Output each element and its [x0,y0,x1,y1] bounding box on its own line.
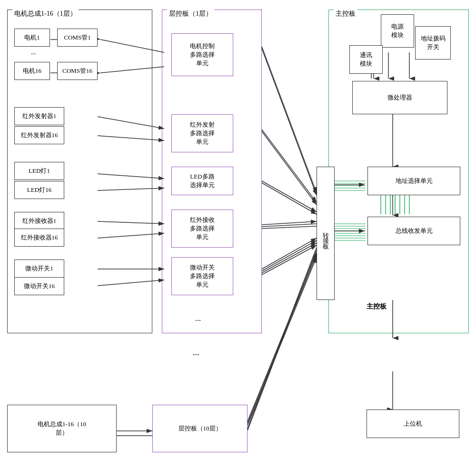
microprocessor-box: 微处理器 [352,81,447,114]
address-select-box: 地址选择单元 [367,167,460,195]
upper-computer-label: 上位机 [404,419,422,428]
led16-label: LED灯16 [27,186,51,194]
ellipsis-layer-board: ... [195,314,201,323]
ir-receiver16-box: 红外接收器16 [14,229,64,247]
led-unit-label: LED多路选择单元 [190,172,215,190]
motor16-box: 电机16 [14,62,50,80]
coms16-label: COMS管16 [62,67,92,75]
micro-switch-label: 微动开关多路选择单元 [190,263,215,289]
address-select-label: 地址选择单元 [396,177,433,185]
svg-line-25 [262,224,317,227]
ir-emitter1-label: 红外发射器1 [22,112,57,120]
bus-transceiver-box: 总线收发单元 [367,217,460,245]
microprocessor-label: 微处理器 [387,93,412,102]
micro-switch16-label: 微动开关16 [24,282,55,290]
svg-line-18 [262,47,317,193]
micro-switch-unit: 微动开关多路选择单元 [171,257,233,295]
led-unit: LED多路选择单元 [171,167,233,195]
layer-board-layer10-box: 层控板（10层） [152,405,248,452]
ir-recv-label: 红外接收多路选择单元 [190,216,215,242]
ir-recv-unit: 红外接收多路选择单元 [171,210,233,248]
ir-receiver1-box: 红外接收器1 [14,212,64,230]
svg-line-30 [262,245,317,275]
motor-assembly-layer1-label: 电机总成1-16（1层） [12,10,79,18]
ir-emitter16-label: 红外发射器16 [21,131,58,140]
ir-emit-label: 红外发射多路选择单元 [190,120,215,147]
coms1-label: COMS管1 [64,33,90,42]
adapter-board: 转 接 板 [317,167,335,300]
led1-label: LED灯1 [29,167,50,175]
svg-line-22 [262,181,317,212]
main-control-label: 主控板 [334,10,357,18]
motor1-label: 电机1 [24,33,40,42]
micro-switch1-box: 微动开关1 [14,259,64,278]
diagram: 电机总成1-16（1层） 层控板（1层） 主控板 [5,5,471,464]
address-switch-label: 地址拨码开关 [421,34,446,51]
ellipsis-middle: ... [193,348,199,358]
motor16-label: 电机16 [23,67,41,75]
ir-receiver16-label: 红外接收器16 [21,233,58,242]
micro-switch1-label: 微动开关1 [25,264,53,273]
motor-ctrl-unit: 电机控制多路选择单元 [171,33,233,76]
svg-line-19 [262,49,317,195]
svg-line-21 [262,131,317,205]
adapter-board-label: 转 接 板 [321,227,330,240]
ir-emit-unit: 红外发射多路选择单元 [171,114,233,152]
comm-module-box: 通讯模块 [349,45,383,74]
power-module-box: 电源模块 [381,14,414,48]
motor-ctrl-label: 电机控制多路选择单元 [190,42,215,68]
comm-module-label: 通讯模块 [360,51,372,68]
motor-assembly-layer10-box: 电机总成1-16（10层） [7,405,117,452]
svg-line-28 [262,240,317,271]
svg-line-24 [262,221,317,225]
coms1-box: COMS管1 [57,29,98,47]
micro-switch16-box: 微动开关16 [14,277,64,295]
ir-emitter1-box: 红外发射器1 [14,107,64,125]
upper-computer-box: 上位机 [367,409,459,438]
coms16-box: COMS管16 [57,62,98,80]
address-switch-box: 地址拨码开关 [415,26,451,60]
ir-emitter16-box: 红外发射器16 [14,126,64,144]
svg-line-27 [262,238,317,269]
main-control-board-text: 主控板 [367,302,387,311]
power-module-label: 电源模块 [391,22,404,40]
led1-box: LED灯1 [14,162,64,180]
layer-board-layer10-label: 层控板（10层） [178,424,222,433]
ir-receiver1-label: 红外接收器1 [22,217,57,225]
svg-line-26 [262,226,317,229]
led16-box: LED灯16 [14,181,64,199]
svg-line-20 [262,130,317,202]
ellipsis-motors: ... [31,49,36,56]
svg-line-23 [262,183,317,214]
svg-line-29 [262,243,317,273]
motor1-box: 电机1 [14,29,50,47]
motor-assembly-layer10-label: 电机总成1-16（10层） [38,420,86,437]
bus-transceiver-label: 总线收发单元 [396,227,433,235]
layer-board-layer1-label: 层控板（1层） [167,10,214,18]
